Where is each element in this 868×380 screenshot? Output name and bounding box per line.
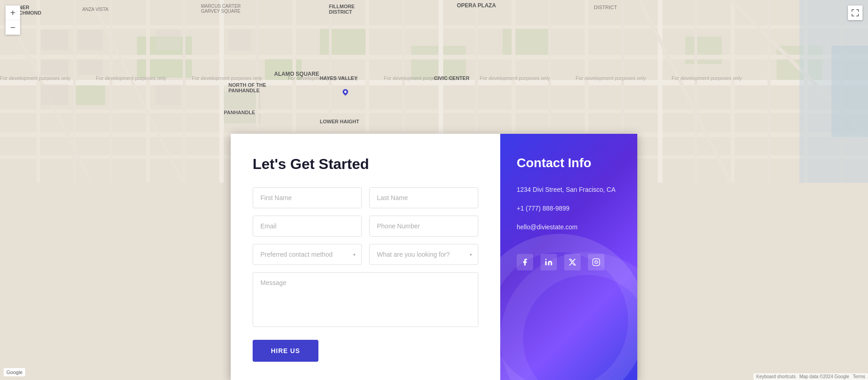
twitter-x-icon[interactable] (564, 254, 581, 270)
message-row (253, 272, 478, 329)
map-label-lower-haight: LOWER HAIGHT (320, 119, 359, 124)
svg-rect-10 (0, 25, 868, 29)
svg-rect-17 (73, 0, 76, 183)
selects-row: Preferred contact method Email Phone Tex… (253, 244, 478, 265)
svg-rect-35 (731, 0, 735, 183)
svg-rect-18 (110, 0, 112, 183)
svg-rect-49 (155, 84, 180, 105)
facebook-icon[interactable] (517, 254, 533, 270)
email-field (253, 216, 362, 237)
form-panel: Let's Get Started Preferred (231, 134, 500, 380)
map-data-copyright: Map data ©2024 Google (799, 374, 849, 379)
map-watermark-6: For development purposes only (480, 75, 550, 81)
map-label-hayes-valley: HAYES VALLEY (320, 75, 358, 81)
svg-rect-48 (155, 30, 180, 50)
svg-rect-19 (146, 0, 150, 183)
modal-container: Let's Get Started Preferred (231, 134, 637, 380)
svg-rect-20 (183, 0, 185, 183)
svg-rect-50 (228, 30, 251, 50)
map-watermark-8: For development purposes only (672, 75, 742, 81)
map-zoom-controls: + − (5, 5, 20, 35)
looking-for-select[interactable]: What are you looking for? Buying Selling… (369, 244, 478, 265)
contact-method-wrapper: Preferred contact method Email Phone Tex… (253, 244, 362, 265)
contact-phone: +1 (777) 888-9899 (517, 204, 621, 213)
first-name-input[interactable] (253, 187, 362, 208)
map-label-garvey: MARCUS CARTERGARVEY SQUARE (201, 4, 241, 14)
contact-email: hello@diviestate.com (517, 222, 621, 232)
submit-button[interactable]: HIRE US (253, 340, 318, 362)
map-bottom-bar: Keyboard shortcuts Map data ©2024 Google… (753, 373, 868, 380)
contact-title: Contact Info (517, 156, 621, 170)
social-icons (517, 254, 621, 270)
svg-rect-11 (0, 55, 868, 59)
email-input[interactable] (253, 216, 362, 237)
google-logo: Google (4, 368, 25, 376)
svg-rect-33 (658, 0, 662, 183)
map-label-panhandle2: PANHANDLE (224, 110, 255, 115)
keyboard-shortcuts[interactable]: Keyboard shortcuts (756, 374, 795, 379)
svg-rect-52 (831, 46, 868, 137)
form-title: Let's Get Started (253, 156, 478, 173)
phone-input[interactable] (369, 216, 478, 237)
map-watermark-3: For development purposes only (192, 75, 262, 81)
svg-rect-54 (593, 259, 600, 266)
svg-rect-47 (41, 84, 69, 105)
contact-panel: Contact Info 1234 Divi Street, San Fraci… (500, 134, 637, 380)
svg-rect-7 (503, 27, 548, 55)
contact-method-select[interactable]: Preferred contact method Email Phone Tex… (253, 244, 362, 265)
map-terms[interactable]: Terms (853, 374, 865, 379)
map-label-fillmore: FILLMOREDISTRICT (329, 4, 355, 15)
message-textarea[interactable] (253, 272, 478, 327)
map-label-district: DISTRICT (594, 5, 617, 10)
last-name-input[interactable] (369, 187, 478, 208)
svg-rect-45 (41, 59, 69, 75)
svg-point-53 (545, 259, 547, 260)
svg-rect-4 (219, 91, 260, 123)
svg-rect-16 (37, 0, 40, 183)
map-watermark-7: For development purposes only (576, 75, 646, 81)
looking-for-wrapper: What are you looking for? Buying Selling… (369, 244, 478, 265)
email-phone-row (253, 216, 478, 237)
svg-rect-3 (320, 27, 365, 59)
phone-field (369, 216, 478, 237)
svg-rect-43 (41, 30, 69, 50)
map-label-alamo-square: ALAMO SQUARE (274, 71, 319, 77)
contact-address: 1234 Divi Street, San Fracisco, CA (517, 185, 621, 195)
map-label-opera-plaza: OPERA PLAZA (457, 2, 496, 9)
svg-rect-5 (73, 82, 105, 105)
map-label-panhandle: NORTH OF THEPANHANDLE (228, 82, 266, 93)
fullscreen-button[interactable] (848, 5, 863, 20)
zoom-in-button[interactable]: + (5, 5, 20, 20)
instagram-icon[interactable] (588, 254, 604, 270)
name-row (253, 187, 478, 208)
svg-rect-13 (0, 110, 868, 113)
svg-rect-34 (694, 0, 697, 183)
map-watermark-2: For development purposes only (96, 75, 166, 81)
svg-rect-44 (78, 30, 103, 50)
svg-rect-21 (219, 0, 224, 183)
last-name-field (369, 187, 478, 208)
svg-rect-46 (78, 59, 103, 75)
svg-rect-8 (685, 37, 722, 64)
linkedin-icon[interactable] (540, 254, 557, 270)
map-watermark-1: For development purposes only (0, 75, 70, 81)
message-field (253, 272, 478, 329)
first-name-field (253, 187, 362, 208)
map-label-civic-center: CIVIC CENTER (434, 75, 470, 81)
map-label-anza-vista: ANZA VISTA (82, 7, 108, 12)
svg-rect-36 (767, 0, 770, 183)
fullscreen-icon (852, 9, 859, 16)
zoom-out-button[interactable]: − (5, 20, 20, 35)
